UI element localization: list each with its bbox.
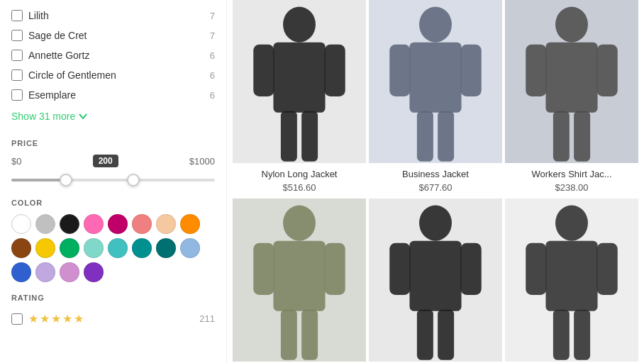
- svg-rect-35: [574, 310, 590, 360]
- product-card-jacket-5[interactable]: [369, 199, 502, 363]
- price-range-slider[interactable]: [11, 173, 215, 187]
- color-swatch-black[interactable]: [60, 214, 79, 234]
- svg-rect-11: [438, 111, 454, 162]
- svg-rect-2: [253, 45, 274, 96]
- price-min-label: $0: [11, 156, 21, 167]
- price-max-label: $1000: [189, 156, 215, 167]
- color-swatch-lavender[interactable]: [35, 262, 55, 282]
- product-image-jacket-5: [369, 199, 502, 362]
- product-figure-workers-shirt-jacket: [505, 0, 638, 163]
- rating-checkbox[interactable]: [11, 313, 23, 325]
- brand-item-sage-de-cret: Sage de Cret 7: [11, 26, 215, 45]
- svg-rect-8: [389, 45, 410, 96]
- color-swatch-magenta[interactable]: [108, 214, 128, 234]
- product-image-workers-shirt-jacket: [505, 0, 638, 163]
- color-swatch-orange[interactable]: [180, 214, 200, 234]
- color-section-title: COLOR: [11, 199, 215, 207]
- product-figure-nylon-long-jacket: [233, 0, 366, 163]
- color-swatch-light-gray[interactable]: [35, 214, 55, 234]
- product-image-jacket-4: [233, 199, 366, 362]
- rating-filter-section: RATING ★ ★ ★ ★ ★ 211: [11, 294, 215, 328]
- brand-count-annette-gortz: 6: [210, 50, 215, 61]
- color-swatch-teal[interactable]: [108, 238, 128, 258]
- brand-count-circle-of-gentlemen: 6: [210, 70, 215, 81]
- svg-rect-17: [574, 111, 590, 162]
- color-swatch-light-teal[interactable]: [84, 238, 104, 258]
- show-more-button[interactable]: Show 31 more: [11, 105, 215, 128]
- color-swatch-brown[interactable]: [11, 238, 31, 258]
- product-card-workers-shirt-jacket[interactable]: Workers Shirt Jac... $238.00: [505, 0, 638, 196]
- price-labels: $0 200 $1000: [11, 155, 215, 167]
- chevron-down-icon: [78, 111, 88, 121]
- color-grid: [11, 214, 215, 282]
- color-swatch-dark-green[interactable]: [156, 238, 176, 258]
- product-info-nylon-long-jacket: Nylon Long Jacket $516.60: [233, 163, 366, 196]
- brand-checkbox-circle-of-gentlemen[interactable]: [11, 69, 23, 81]
- brand-item-lilith: Lilith 7: [11, 6, 215, 26]
- product-grid: Nylon Long Jacket $516.60 Business Jacke…: [233, 0, 638, 363]
- price-badge: 200: [93, 155, 118, 167]
- brand-count-esemplare: 6: [210, 90, 215, 101]
- price-section-title: PRICE: [11, 139, 215, 147]
- star-2: ★: [40, 312, 50, 325]
- brand-label-sage-de-cret: Sage de Cret: [28, 30, 87, 41]
- svg-rect-10: [417, 111, 433, 162]
- svg-rect-27: [461, 243, 482, 295]
- brand-item-left: Lilith: [11, 10, 49, 21]
- brand-checkbox-annette-gortz[interactable]: [11, 50, 23, 61]
- color-swatch-pink-bright[interactable]: [84, 214, 104, 234]
- brand-item-left: Sage de Cret: [11, 30, 87, 41]
- brand-label-circle-of-gentlemen: Circle of Gentlemen: [28, 69, 116, 81]
- product-info-business-jacket: Business Jacket $677.60: [369, 163, 502, 196]
- product-info-workers-shirt-jacket: Workers Shirt Jac... $238.00: [505, 163, 638, 196]
- rating-row: ★ ★ ★ ★ ★ 211: [11, 309, 215, 328]
- color-swatch-light-purple[interactable]: [60, 262, 79, 282]
- product-image-nylon-long-jacket: [233, 0, 366, 163]
- svg-rect-7: [409, 43, 461, 113]
- brand-checkbox-lilith[interactable]: [11, 10, 23, 21]
- svg-rect-20: [253, 243, 274, 295]
- range-thumb-left[interactable]: [60, 174, 72, 186]
- brand-item-circle-of-gentlemen: Circle of Gentlemen 6: [11, 65, 215, 85]
- color-filter-section: COLOR: [11, 199, 215, 282]
- brand-item-annette-gortz: Annette Gortz 6: [11, 45, 215, 65]
- product-card-nylon-long-jacket[interactable]: Nylon Long Jacket $516.60: [233, 0, 366, 196]
- product-card-jacket-4[interactable]: [233, 199, 366, 363]
- color-swatch-sky-blue[interactable]: [180, 238, 200, 258]
- color-swatch-purple[interactable]: [84, 262, 104, 282]
- product-card-business-jacket[interactable]: Business Jacket $677.60: [369, 0, 502, 196]
- product-price-nylon-long-jacket: $516.60: [235, 182, 363, 193]
- price-filter-section: PRICE $0 200 $1000: [11, 139, 215, 187]
- svg-rect-22: [281, 310, 297, 360]
- svg-rect-21: [325, 243, 345, 295]
- product-card-jacket-6[interactable]: [505, 199, 638, 363]
- range-thumb-right[interactable]: [127, 174, 140, 186]
- brand-count-lilith: 7: [210, 11, 215, 21]
- svg-rect-13: [545, 43, 597, 113]
- range-fill: [11, 179, 66, 182]
- svg-rect-31: [545, 241, 597, 311]
- product-area: Nylon Long Jacket $516.60 Business Jacke…: [227, 0, 644, 363]
- star-1: ★: [28, 312, 38, 325]
- svg-rect-4: [281, 111, 297, 162]
- rating-section-title: RATING: [11, 294, 215, 302]
- svg-rect-29: [438, 310, 454, 360]
- star-3: ★: [51, 312, 61, 325]
- svg-rect-23: [301, 310, 318, 360]
- star-5: ★: [74, 312, 84, 325]
- svg-rect-34: [553, 310, 570, 360]
- svg-rect-26: [389, 243, 410, 295]
- brand-checkbox-sage-de-cret[interactable]: [11, 30, 23, 41]
- svg-rect-32: [526, 243, 546, 295]
- color-swatch-yellow[interactable]: [35, 238, 55, 258]
- color-swatch-royal-blue[interactable]: [11, 262, 31, 282]
- color-swatch-white[interactable]: [11, 214, 31, 234]
- color-swatch-salmon[interactable]: [132, 214, 152, 234]
- color-swatch-peach[interactable]: [156, 214, 176, 234]
- brand-checkbox-esemplare[interactable]: [11, 89, 23, 101]
- svg-point-24: [419, 206, 452, 241]
- product-image-jacket-6: [505, 199, 638, 362]
- color-swatch-dark-teal[interactable]: [132, 238, 152, 258]
- color-swatch-green[interactable]: [60, 238, 79, 258]
- svg-rect-33: [597, 243, 618, 295]
